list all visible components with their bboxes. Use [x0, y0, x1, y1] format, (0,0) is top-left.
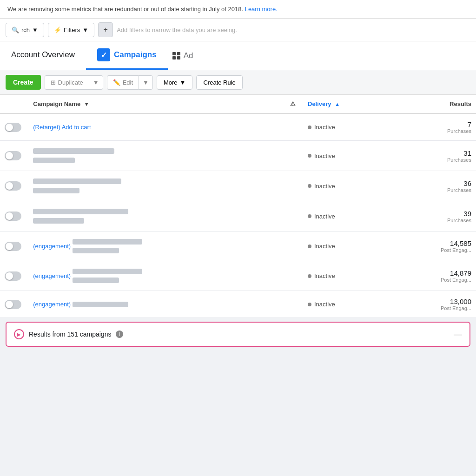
campaign-toggle-4[interactable]	[5, 212, 21, 221]
results-number-6: 14,879	[420, 269, 471, 277]
table-row: (engagement) Inactive 14,879 Post Engag.…	[0, 261, 476, 291]
campaigns-table-container: Campaign Name ▼ ⚠ Delivery ▲ Results (Re…	[0, 95, 476, 318]
results-cell-1: 7 Purchases	[420, 120, 471, 134]
top-banner: We are removing some metrics that are re…	[0, 0, 476, 19]
edit-pencil-icon: ✏️	[113, 79, 120, 86]
duplicate-main-button[interactable]: ⊞ Duplicate	[45, 75, 89, 90]
col-delivery[interactable]: Delivery ▲	[303, 95, 415, 113]
results-number-2: 31	[420, 149, 471, 157]
warning-triangle-icon: ⚠	[290, 100, 296, 107]
results-cell-5: 14,585 Post Engag...	[420, 239, 471, 253]
filters-button[interactable]: ⚡ Filters ▼	[48, 23, 94, 37]
campaigns-table: Campaign Name ▼ ⚠ Delivery ▲ Results (Re…	[0, 95, 476, 318]
tab-campaigns[interactable]: ✓ Campaigns	[86, 41, 168, 70]
search-icon: 🔍	[12, 26, 19, 33]
results-footer-label: Results from 151 campaigns	[29, 331, 111, 338]
blurred-name2-6	[73, 278, 119, 283]
blurred-name-4	[33, 209, 128, 214]
results-label-5: Post Engag...	[420, 247, 471, 253]
campaigns-check-icon: ✓	[97, 48, 110, 61]
blurred-name-6	[73, 269, 142, 274]
campaign-toggle-2[interactable]	[5, 151, 21, 160]
campaign-toggle-1[interactable]	[5, 123, 21, 132]
toolbar-row: 🔍 rch ▼ ⚡ Filters ▼ + Add filters to nar…	[0, 19, 476, 41]
edit-main-button[interactable]: ✏️ Edit	[107, 75, 139, 90]
status-label-1: Inactive	[314, 124, 335, 131]
edit-dropdown-button[interactable]: ▼	[139, 75, 153, 90]
actions-row: Create ⊞ Duplicate ▼ ✏️ Edit ▼ More ▼ Cr…	[0, 70, 476, 95]
play-button[interactable]: ▶	[14, 329, 24, 339]
campaign-toggle-3[interactable]	[5, 181, 21, 191]
results-footer[interactable]: ▶ Results from 151 campaigns i —	[6, 322, 470, 347]
results-cell-4: 39 Purchases	[420, 210, 471, 223]
table-row: Inactive 31 Purchases	[0, 141, 476, 171]
results-number-4: 39	[420, 210, 471, 218]
results-label-1: Purchases	[420, 128, 471, 134]
search-button[interactable]: 🔍 rch ▼	[6, 23, 44, 37]
results-label-3: Purchases	[420, 187, 471, 193]
duplicate-dropdown-button[interactable]: ▼	[89, 75, 103, 90]
campaign-toggle-7[interactable]	[5, 300, 21, 309]
status-label-4: Inactive	[314, 213, 335, 220]
results-cell-7: 13,000 Post Engag...	[420, 298, 471, 311]
edit-chevron-icon: ▼	[143, 79, 149, 86]
warning-cell	[283, 141, 303, 171]
status-dot-5	[308, 245, 311, 248]
campaign-prefix-link-6[interactable]: (engagement)	[33, 272, 71, 279]
results-label-7: Post Engag...	[420, 305, 471, 311]
delivery-status-7: Inactive	[308, 301, 410, 308]
filter-placeholder-text: Add filters to narrow the data you are s…	[117, 26, 470, 33]
warning-cell	[283, 113, 303, 141]
table-header-row: Campaign Name ▼ ⚠ Delivery ▲ Results	[0, 95, 476, 113]
blurred-name2-4	[33, 218, 84, 224]
status-dot-1	[308, 126, 311, 129]
col-toggle	[0, 95, 28, 113]
banner-text: We are removing some metrics that are re…	[7, 6, 243, 13]
blurred-name-2	[33, 148, 114, 154]
edit-button-group: ✏️ Edit ▼	[107, 75, 153, 90]
filter-icon: ⚡	[54, 26, 61, 33]
blurred-name2-2	[33, 158, 75, 163]
delivery-status-5: Inactive	[308, 243, 410, 250]
results-cell-2: 31 Purchases	[420, 149, 471, 163]
duplicate-icon: ⊞	[51, 79, 56, 86]
delivery-status-6: Inactive	[308, 272, 410, 279]
results-cell-6: 14,879 Post Engag...	[420, 269, 471, 283]
campaign-toggle-6[interactable]	[5, 271, 21, 281]
blurred-name-7	[73, 302, 128, 307]
name-sort-icon: ▼	[84, 101, 89, 107]
create-rule-button[interactable]: Create Rule	[196, 75, 242, 90]
delivery-status-1: Inactive	[308, 124, 410, 131]
status-dot-4	[308, 214, 311, 218]
blurred-name2-5	[73, 248, 119, 253]
warning-cell	[283, 201, 303, 231]
campaign-prefix-link-7[interactable]: (engagement)	[33, 301, 71, 308]
blurred-name-3	[33, 178, 121, 184]
create-button[interactable]: Create	[6, 75, 41, 90]
results-number-1: 7	[420, 120, 471, 128]
status-dot-2	[308, 154, 311, 158]
campaign-prefix-link-5[interactable]: (engagement)	[33, 243, 71, 250]
add-filter-button[interactable]: +	[98, 22, 113, 37]
more-button[interactable]: More ▼	[157, 75, 193, 90]
campaign-toggle-5[interactable]	[5, 242, 21, 251]
grid-icon	[172, 52, 181, 60]
info-icon: i	[116, 331, 123, 338]
campaign-name-link-1[interactable]: (Retarget) Add to cart	[33, 124, 91, 131]
warning-cell	[283, 261, 303, 291]
tab-account-overview[interactable]: Account Overview	[0, 42, 86, 69]
warning-cell	[283, 231, 303, 261]
results-cell-3: 36 Purchases	[420, 179, 471, 193]
warning-cell	[283, 171, 303, 201]
table-row: (engagement) Inactive 14,585 Post Engag.…	[0, 231, 476, 261]
results-footer-dash: —	[454, 330, 462, 339]
delivery-sort-icon: ▲	[335, 101, 340, 107]
col-warning: ⚠	[283, 95, 303, 113]
status-label-2: Inactive	[314, 152, 335, 159]
tab-ad-sets[interactable]: Ad	[168, 43, 198, 69]
col-results[interactable]: Results	[415, 95, 476, 113]
col-campaign-name[interactable]: Campaign Name ▼	[28, 95, 283, 113]
banner-link[interactable]: Learn more.	[245, 6, 278, 13]
table-row: Inactive 39 Purchases	[0, 201, 476, 231]
status-label-5: Inactive	[314, 243, 335, 250]
